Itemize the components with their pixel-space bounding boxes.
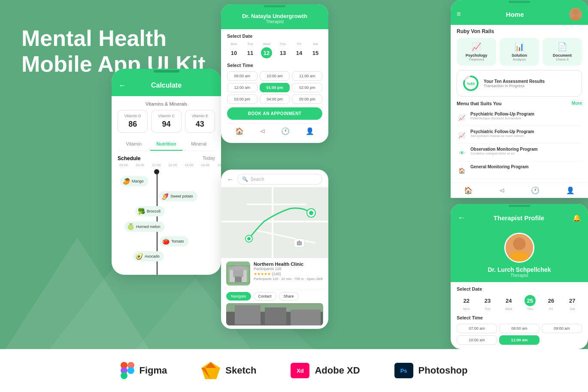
t-slot-9am[interactable]: 09:00 am	[542, 324, 582, 333]
slot-4pm[interactable]: 04:00 pm	[260, 94, 290, 104]
solution-icon: 📊	[502, 42, 536, 52]
figma-label: Figma	[139, 365, 167, 376]
menu-item-1[interactable]: 📈 Psychiatric Follow-Up Program Sed pret…	[457, 126, 582, 144]
t-slot-11am[interactable]: 11:00 am	[499, 335, 540, 345]
more-link[interactable]: More	[572, 101, 582, 106]
phone-therapist: ← Therapist Profile 🔔 Dr. Lurch Schpellc…	[451, 204, 588, 349]
clinic-actions: Navigate Contact Share	[221, 289, 328, 303]
quick-actions: 📈 Psychology Treatment 📊 Solution Analys…	[451, 38, 588, 70]
ps-label: Photoshop	[418, 365, 468, 376]
user-avatar	[569, 8, 582, 21]
slot-10am[interactable]: 10:00 am	[260, 71, 290, 81]
map-area: 🏥	[221, 187, 328, 258]
progress-ring: %80	[462, 75, 479, 92]
svg-rect-3	[221, 187, 328, 258]
slot-11am[interactable]: 11:00 am	[292, 71, 322, 81]
tab-mineral[interactable]: Mineral	[182, 138, 215, 151]
date-tue[interactable]: Tue11	[243, 42, 257, 58]
t-slot-8am[interactable]: 08:00 am	[499, 324, 540, 333]
home-header: ≡ Home	[451, 3, 588, 25]
therapist-time-grid: 07:00 am 08:00 am 09:00 am 10:00 am 11:0…	[457, 324, 582, 345]
date-thu[interactable]: Thu13	[276, 42, 290, 58]
svg-point-5	[247, 237, 251, 240]
home-nav-icon2[interactable]: 🏠	[464, 186, 473, 194]
food-tomato: 🍅Tomato	[160, 236, 188, 246]
qa-solution[interactable]: 📊 Solution Analysis	[500, 38, 539, 66]
slot-12am[interactable]: 12:00 am	[227, 83, 258, 92]
date-mon[interactable]: Mon10	[227, 42, 241, 58]
user-nav-icon[interactable]: 👤	[306, 127, 314, 135]
time-nav-icon2[interactable]: 🕐	[531, 186, 540, 194]
calculate-title: Calculate	[151, 82, 182, 89]
figma-icon	[121, 362, 134, 379]
slot-2pm[interactable]: 02:00 pm	[292, 83, 322, 92]
back-icon[interactable]: ←	[118, 81, 126, 90]
svg-rect-12	[233, 270, 243, 277]
bottom-bar: Figma Sketch Xd Adobe XD Ps Photoshop	[0, 349, 588, 392]
slot-1pm[interactable]: 01:00 pm	[260, 83, 290, 92]
svg-rect-17	[235, 305, 261, 325]
map-back-icon[interactable]: ←	[227, 176, 234, 183]
tab-nutrition[interactable]: Nutrition	[150, 138, 183, 151]
t-date-23[interactable]: 23Tue	[478, 295, 497, 311]
svg-point-7	[309, 211, 313, 215]
vitals-section: Vitamins & Minerals Vitamin D 86 Vitamin…	[112, 96, 221, 138]
filter-nav-icon2[interactable]: ⊲	[499, 186, 505, 194]
food-broccoli: 🥦Broccoli	[135, 206, 165, 216]
bell-icon[interactable]: 🔔	[573, 214, 581, 222]
t-slot-7am[interactable]: 07:00 am	[457, 324, 497, 333]
therapist-back-icon[interactable]: ←	[458, 213, 465, 222]
map-header: ← 🔍 Search	[221, 170, 328, 187]
trending-up-icon: 📈	[457, 112, 467, 123]
t-date-22[interactable]: 22Mon	[457, 295, 476, 311]
assessment-card: %80 Your Ten Assessment Results Transact…	[457, 70, 582, 97]
slot-3pm[interactable]: 03:00 pm	[227, 94, 258, 104]
tool-xd: Xd Adobe XD	[291, 363, 360, 378]
date-fri[interactable]: Fri14	[292, 42, 306, 58]
time-labels: 09:0010:0011:0012:0013:0014:0015:0016	[119, 163, 215, 167]
t-date-26[interactable]: 26Fri	[541, 295, 561, 311]
food-horned-melon: 🍈Horned melon	[124, 222, 165, 232]
phone-calculate: ← Calculate Vitamins & Minerals Vitamin …	[112, 69, 221, 275]
book-button[interactable]: BOOK AN APPOINMENT	[227, 107, 322, 120]
therapist-date-grid: 22Mon 23Tue 24Wed 25Thu 26Fri 27Sat	[457, 295, 582, 311]
menu-item-3[interactable]: 🏠 General Monitoring Program	[457, 161, 582, 179]
user-nav-icon2[interactable]: 👤	[566, 186, 575, 194]
t-date-24[interactable]: 24Wed	[499, 295, 518, 311]
time-grid: 09:00 am 10:00 am 11:00 am 12:00 am 01:0…	[227, 71, 322, 104]
t-date-25[interactable]: 25Thu	[520, 295, 540, 311]
t-slot-10am[interactable]: 10:00 am	[457, 335, 497, 345]
date-sat[interactable]: Sat15	[309, 42, 322, 58]
slot-9am[interactable]: 09:00 am	[227, 71, 258, 81]
navigate-btn[interactable]: Navigate	[226, 292, 251, 301]
food-avocado: 🥑Avocado	[133, 251, 164, 261]
qa-document[interactable]: 📄 Document Check It	[543, 38, 582, 66]
svg-point-21	[570, 16, 581, 21]
date-wed[interactable]: Wed12	[260, 42, 273, 58]
psychology-icon: 📈	[459, 42, 494, 52]
menu-icon[interactable]: ≡	[457, 10, 461, 18]
eye-icon: 👁	[457, 148, 467, 158]
search-icon: 🔍	[242, 176, 248, 182]
menu-item-0[interactable]: 📈 Psychiatric Pollow-Up Program Pellente…	[457, 109, 582, 126]
filter-nav-icon[interactable]: ⊲	[260, 127, 265, 135]
clinic-image	[226, 261, 250, 286]
map-search-box[interactable]: 🔍 Search	[237, 174, 322, 185]
t-date-27[interactable]: 27Sat	[563, 295, 582, 311]
phone-home: ≡ Home Ruby Von Rails 📈 Psychology Treat…	[451, 0, 588, 198]
clinic-card: Northern Health Clinic Participants 120 …	[221, 258, 328, 289]
menu-item-2[interactable]: 👁 Observation Monitoring Program Curabit…	[457, 144, 582, 161]
date-row: Mon10 Tue11 Wed12 Thu13 Fri14 Sat15	[227, 42, 322, 58]
slot-5pm[interactable]: 05:00 pm	[292, 94, 322, 104]
sketch-icon	[201, 362, 220, 379]
home-nav-icon[interactable]: 🏠	[235, 127, 244, 135]
xd-label: Adobe XD	[315, 365, 360, 376]
vitamin-d-card: Vitamin D 86	[118, 110, 148, 133]
svg-text:%80: %80	[467, 82, 475, 86]
contact-btn[interactable]: Contact	[254, 292, 276, 301]
time-nav-icon[interactable]: 🕐	[281, 127, 290, 135]
share-btn[interactable]: Share	[279, 292, 299, 301]
therapist-body: Select Date 22Mon 23Tue 24Wed 25Thu 26Fr…	[451, 282, 588, 349]
tab-vitamin[interactable]: Vitamin	[118, 138, 150, 151]
qa-psychology[interactable]: 📈 Psychology Treatment	[457, 38, 496, 66]
